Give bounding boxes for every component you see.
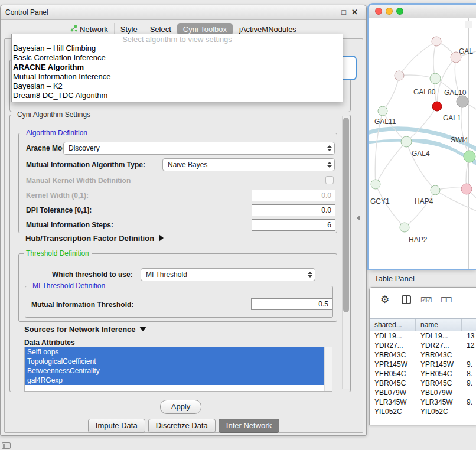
network-node[interactable] bbox=[464, 151, 475, 162]
network-window-titlebar[interactable] bbox=[369, 5, 476, 18]
node-label: GAL11 bbox=[374, 118, 396, 126]
tab-impute-data[interactable]: Impute Data bbox=[88, 419, 145, 433]
node-label: GAL bbox=[459, 47, 473, 56]
tab-label: Network bbox=[80, 25, 108, 34]
network-node[interactable] bbox=[457, 96, 468, 107]
control-panel-titlebar[interactable]: Control Panel □ ✕ bbox=[1, 5, 366, 20]
splitter-collapse-arrow[interactable] bbox=[357, 215, 360, 221]
algorithm-definition-group: Algorithm Definition Aracne Mode: Discov… bbox=[18, 133, 337, 233]
table-cell: YLR345W bbox=[370, 397, 416, 407]
network-edge bbox=[406, 106, 437, 142]
apply-button[interactable]: Apply bbox=[160, 400, 201, 414]
tab-infer-network[interactable]: Infer Network bbox=[219, 419, 279, 433]
mi-threshold-field[interactable]: 0.5 bbox=[251, 298, 332, 310]
close-traffic-light-icon[interactable] bbox=[375, 8, 382, 15]
algorithm-option[interactable]: Basic Correlation Inference bbox=[12, 53, 343, 63]
network-canvas[interactable]: GALGAL80GAL10GAL11GAL1SWI4GAL4GCY1HAP4HA… bbox=[369, 18, 476, 269]
table-row[interactable]: YIL052CYIL052C bbox=[370, 407, 476, 416]
network-node[interactable] bbox=[431, 185, 440, 195]
attribute-item[interactable]: BetweennessCentrality bbox=[25, 366, 325, 376]
which-threshold-value: MI Threshold bbox=[146, 270, 187, 279]
checked-boxes-icon[interactable]: ☑☑ bbox=[420, 296, 431, 304]
gear-icon[interactable]: ⚙ bbox=[380, 294, 389, 306]
column-header-name[interactable]: name bbox=[416, 319, 462, 331]
column-header-shared[interactable]: shared... bbox=[370, 319, 416, 331]
network-node[interactable] bbox=[430, 73, 441, 84]
mi-steps-field[interactable]: 6 bbox=[252, 219, 335, 231]
node-label: HAP4 bbox=[415, 197, 433, 206]
network-edge bbox=[405, 190, 435, 227]
mi-threshold-group: MI Threshold Definition Mutual Informati… bbox=[25, 286, 333, 318]
network-edge bbox=[399, 41, 436, 76]
network-node[interactable] bbox=[400, 223, 409, 232]
dpi-tolerance-field[interactable]: 0.0 bbox=[252, 204, 335, 216]
algorithm-option[interactable]: Mutual Information Inference bbox=[12, 72, 343, 81]
network-node[interactable] bbox=[371, 180, 380, 189]
table-row[interactable]: YER054CYER054C8. bbox=[370, 369, 476, 379]
table-cell: YIL052C bbox=[370, 407, 416, 416]
algorithm-option[interactable]: Bayesian – Hill Climbing bbox=[12, 44, 343, 53]
table-row[interactable]: YPR145WYPR145W9. bbox=[370, 360, 476, 369]
algorithm-option[interactable]: Dream8 DC_TDC Algorithm bbox=[12, 91, 343, 100]
combo-arrows-icon bbox=[327, 159, 332, 171]
algorithm-dropdown-popup: Select algorithm to view settings Bayesi… bbox=[11, 34, 343, 102]
network-edge bbox=[435, 190, 476, 213]
expand-right-icon bbox=[159, 234, 164, 242]
aracne-mode-select[interactable]: Discovery bbox=[63, 142, 335, 155]
sources-toggle[interactable]: Sources for Network Inference bbox=[24, 325, 146, 334]
table-row[interactable]: YDR27...YDR27...12 bbox=[370, 341, 476, 350]
table-row[interactable]: YBL079WYBL079W bbox=[370, 388, 476, 397]
node-label: GAL4 bbox=[412, 149, 430, 158]
network-node[interactable] bbox=[378, 106, 387, 116]
restore-icon[interactable]: □ bbox=[341, 5, 346, 19]
network-node[interactable] bbox=[395, 71, 404, 80]
table-cell: 9. bbox=[462, 360, 476, 369]
close-icon[interactable]: ✕ bbox=[351, 5, 358, 19]
table-cell: 9. bbox=[462, 397, 476, 407]
settings-scrollbar-thumb[interactable] bbox=[343, 118, 349, 312]
algorithm-option[interactable]: ARACNE Algorithm bbox=[12, 63, 343, 72]
network-edge bbox=[437, 57, 456, 106]
kernel-width-field[interactable]: 0.0 bbox=[252, 190, 335, 201]
zoom-traffic-light-icon[interactable] bbox=[396, 8, 403, 15]
table-row[interactable]: YBR045CYBR045C9. bbox=[370, 379, 476, 388]
table-cell: 9. bbox=[462, 379, 476, 388]
which-threshold-select[interactable]: MI Threshold bbox=[141, 268, 315, 281]
table-cell: YDL19... bbox=[416, 331, 462, 341]
network-node[interactable] bbox=[432, 37, 441, 46]
table-row[interactable]: YDL19...YDL19...13 bbox=[370, 331, 476, 341]
attribute-item[interactable]: SelfLoops bbox=[25, 347, 325, 357]
manual-kernel-checkbox[interactable] bbox=[325, 176, 334, 184]
bottom-tab-bar: Impute Data Discretize Data Infer Networ… bbox=[5, 419, 363, 433]
expand-down-icon bbox=[139, 327, 146, 331]
mi-type-value: Naive Bayes bbox=[168, 161, 207, 169]
screen: { "icons": { "restore": "□", "close": "✕… bbox=[0, 0, 476, 450]
table-row[interactable]: YBR043CYBR043C bbox=[370, 350, 476, 360]
dpi-tolerance-label: DPI Tolerance [0,1]: bbox=[26, 206, 92, 214]
algorithm-option[interactable]: Bayesian – K2 bbox=[12, 81, 343, 91]
node-label: HAP2 bbox=[409, 236, 428, 244]
network-node[interactable] bbox=[432, 102, 442, 111]
which-threshold-label: Which threshold to use: bbox=[52, 270, 133, 279]
column-header-extra[interactable] bbox=[462, 319, 476, 331]
tab-discretize-data[interactable]: Discretize Data bbox=[148, 419, 216, 433]
attributes-scrollbar[interactable] bbox=[324, 347, 332, 391]
minimize-traffic-light-icon[interactable] bbox=[386, 8, 393, 15]
attribute-item[interactable]: TopologicalCoefficient bbox=[25, 357, 325, 366]
hub-definition-toggle[interactable]: Hub/Transcription Factor Definition bbox=[25, 234, 164, 243]
mi-type-select[interactable]: Naive Bayes bbox=[162, 158, 335, 171]
data-attributes-list[interactable]: SelfLoopsTopologicalCoefficientBetweenne… bbox=[24, 347, 332, 392]
network-edge bbox=[383, 111, 406, 142]
node-label: GCY1 bbox=[370, 197, 390, 206]
network-node[interactable] bbox=[401, 136, 412, 147]
attribute-item[interactable]: gal4RGexp bbox=[25, 376, 325, 385]
network-node[interactable] bbox=[461, 184, 472, 194]
unchecked-boxes-icon[interactable]: ☐☐ bbox=[441, 296, 451, 304]
settings-scrollbar[interactable] bbox=[342, 116, 350, 389]
mi-threshold-group-title: MI Threshold Definition bbox=[30, 282, 107, 290]
table-columns-icon[interactable] bbox=[402, 295, 411, 304]
table-row[interactable]: YLR345WYLR345W9. bbox=[370, 397, 476, 407]
panel-dock-icon[interactable] bbox=[2, 442, 11, 449]
threshold-definition-title: Threshold Definition bbox=[24, 249, 92, 257]
network-edge bbox=[376, 184, 405, 227]
